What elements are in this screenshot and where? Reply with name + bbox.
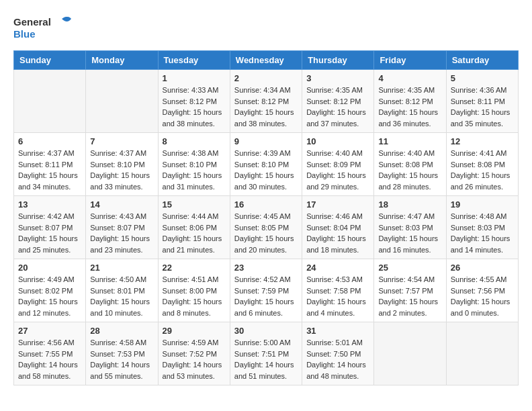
calendar-cell: 26 Sunrise: 4:55 AMSunset: 7:56 PMDaylig… xyxy=(446,259,518,322)
weekday-header: Wednesday xyxy=(230,51,302,70)
day-sunrise: Sunrise: 4:41 AMSunset: 8:08 PMDaylight:… xyxy=(451,149,511,191)
day-sunrise: Sunrise: 4:39 AMSunset: 8:10 PMDaylight:… xyxy=(234,149,294,191)
day-number: 18 xyxy=(378,199,441,210)
day-number: 25 xyxy=(378,263,441,273)
day-number: 10 xyxy=(306,136,369,146)
calendar-cell: 23 Sunrise: 4:52 AMSunset: 7:59 PMDaylig… xyxy=(230,259,302,322)
calendar-cell: 27 Sunrise: 4:56 AMSunset: 7:55 PMDaylig… xyxy=(14,322,86,385)
svg-text:General: General xyxy=(13,16,51,28)
weekday-header: Tuesday xyxy=(158,51,230,70)
day-number: 22 xyxy=(163,263,226,273)
calendar-cell: 6 Sunrise: 4:37 AMSunset: 8:11 PMDayligh… xyxy=(14,133,86,196)
day-number: 31 xyxy=(306,326,369,336)
day-number: 9 xyxy=(234,136,298,146)
calendar-cell: 16 Sunrise: 4:45 AMSunset: 8:05 PMDaylig… xyxy=(230,196,302,259)
day-sunrise: Sunrise: 4:48 AMSunset: 8:03 PMDaylight:… xyxy=(451,212,511,254)
day-sunrise: Sunrise: 4:44 AMSunset: 8:06 PMDaylight:… xyxy=(163,212,222,254)
calendar-week-row: 13 Sunrise: 4:42 AMSunset: 8:07 PMDaylig… xyxy=(14,196,519,259)
calendar-cell xyxy=(14,70,86,133)
calendar-cell: 28 Sunrise: 4:58 AMSunset: 7:53 PMDaylig… xyxy=(86,322,158,385)
day-number: 12 xyxy=(451,136,514,146)
day-number: 4 xyxy=(378,73,441,83)
day-number: 6 xyxy=(18,136,81,146)
day-number: 14 xyxy=(90,199,153,210)
calendar-cell: 7 Sunrise: 4:37 AMSunset: 8:10 PMDayligh… xyxy=(86,133,158,196)
calendar-cell: 2 Sunrise: 4:34 AMSunset: 8:12 PMDayligh… xyxy=(230,70,302,133)
day-sunrise: Sunrise: 4:49 AMSunset: 8:02 PMDaylight:… xyxy=(18,275,78,317)
day-sunrise: Sunrise: 4:35 AMSunset: 8:12 PMDaylight:… xyxy=(378,86,438,128)
day-sunrise: Sunrise: 4:42 AMSunset: 8:07 PMDaylight:… xyxy=(18,212,78,254)
weekday-header: Monday xyxy=(86,51,158,70)
calendar-week-row: 27 Sunrise: 4:56 AMSunset: 7:55 PMDaylig… xyxy=(14,322,519,385)
calendar-cell: 1 Sunrise: 4:33 AMSunset: 8:12 PMDayligh… xyxy=(158,70,230,133)
day-sunrise: Sunrise: 4:40 AMSunset: 8:09 PMDaylight:… xyxy=(306,149,366,191)
day-sunrise: Sunrise: 4:34 AMSunset: 8:12 PMDaylight:… xyxy=(234,86,294,128)
calendar-week-row: 6 Sunrise: 4:37 AMSunset: 8:11 PMDayligh… xyxy=(14,133,519,196)
calendar-cell: 25 Sunrise: 4:54 AMSunset: 7:57 PMDaylig… xyxy=(374,259,446,322)
day-sunrise: Sunrise: 4:46 AMSunset: 8:04 PMDaylight:… xyxy=(306,212,366,254)
day-sunrise: Sunrise: 4:53 AMSunset: 7:58 PMDaylight:… xyxy=(306,275,366,317)
day-sunrise: Sunrise: 4:54 AMSunset: 7:57 PMDaylight:… xyxy=(378,275,438,317)
weekday-header: Thursday xyxy=(302,51,374,70)
day-number: 5 xyxy=(451,73,514,83)
weekday-row: SundayMondayTuesdayWednesdayThursdayFrid… xyxy=(14,51,519,70)
calendar-cell: 13 Sunrise: 4:42 AMSunset: 8:07 PMDaylig… xyxy=(14,196,86,259)
day-number: 15 xyxy=(163,199,226,210)
day-sunrise: Sunrise: 4:47 AMSunset: 8:03 PMDaylight:… xyxy=(378,212,438,254)
calendar-cell: 22 Sunrise: 4:51 AMSunset: 8:00 PMDaylig… xyxy=(158,259,230,322)
day-number: 13 xyxy=(18,199,81,210)
day-sunrise: Sunrise: 4:50 AMSunset: 8:01 PMDaylight:… xyxy=(90,275,150,317)
day-sunrise: Sunrise: 4:56 AMSunset: 7:55 PMDaylight:… xyxy=(18,338,78,380)
calendar-cell: 20 Sunrise: 4:49 AMSunset: 8:02 PMDaylig… xyxy=(14,259,86,322)
calendar-cell: 29 Sunrise: 4:59 AMSunset: 7:52 PMDaylig… xyxy=(158,322,230,385)
weekday-header: Saturday xyxy=(446,51,518,70)
calendar-week-row: 1 Sunrise: 4:33 AMSunset: 8:12 PMDayligh… xyxy=(14,70,519,133)
day-number: 30 xyxy=(234,326,298,336)
day-number: 20 xyxy=(18,263,81,273)
calendar-cell: 14 Sunrise: 4:43 AMSunset: 8:07 PMDaylig… xyxy=(86,196,158,259)
day-number: 26 xyxy=(451,263,514,273)
day-sunrise: Sunrise: 4:59 AMSunset: 7:52 PMDaylight:… xyxy=(163,338,222,380)
day-number: 3 xyxy=(306,73,369,83)
weekday-header: Friday xyxy=(374,51,446,70)
calendar-week-row: 20 Sunrise: 4:49 AMSunset: 8:02 PMDaylig… xyxy=(14,259,519,322)
day-sunrise: Sunrise: 4:52 AMSunset: 7:59 PMDaylight:… xyxy=(234,275,294,317)
day-number: 8 xyxy=(163,136,226,146)
day-sunrise: Sunrise: 4:51 AMSunset: 8:00 PMDaylight:… xyxy=(163,275,222,317)
day-sunrise: Sunrise: 4:37 AMSunset: 8:11 PMDaylight:… xyxy=(18,149,78,191)
calendar-cell: 24 Sunrise: 4:53 AMSunset: 7:58 PMDaylig… xyxy=(302,259,374,322)
day-number: 1 xyxy=(163,73,226,83)
svg-text:Blue: Blue xyxy=(13,28,36,40)
calendar-cell xyxy=(446,322,518,385)
day-number: 17 xyxy=(306,199,369,210)
calendar-cell: 19 Sunrise: 4:48 AMSunset: 8:03 PMDaylig… xyxy=(446,196,518,259)
calendar-cell: 10 Sunrise: 4:40 AMSunset: 8:09 PMDaylig… xyxy=(302,133,374,196)
calendar-cell: 21 Sunrise: 4:50 AMSunset: 8:01 PMDaylig… xyxy=(86,259,158,322)
day-number: 19 xyxy=(451,199,514,210)
day-sunrise: Sunrise: 5:01 AMSunset: 7:50 PMDaylight:… xyxy=(306,338,366,380)
calendar-cell: 8 Sunrise: 4:38 AMSunset: 8:10 PMDayligh… xyxy=(158,133,230,196)
calendar-cell: 18 Sunrise: 4:47 AMSunset: 8:03 PMDaylig… xyxy=(374,196,446,259)
day-sunrise: Sunrise: 4:38 AMSunset: 8:10 PMDaylight:… xyxy=(163,149,222,191)
day-sunrise: Sunrise: 4:33 AMSunset: 8:12 PMDaylight:… xyxy=(163,86,222,128)
day-sunrise: Sunrise: 4:37 AMSunset: 8:10 PMDaylight:… xyxy=(90,149,150,191)
calendar-cell: 3 Sunrise: 4:35 AMSunset: 8:12 PMDayligh… xyxy=(302,70,374,133)
day-number: 21 xyxy=(90,263,153,273)
calendar-cell: 12 Sunrise: 4:41 AMSunset: 8:08 PMDaylig… xyxy=(446,133,518,196)
calendar-cell: 30 Sunrise: 5:00 AMSunset: 7:51 PMDaylig… xyxy=(230,322,302,385)
day-number: 24 xyxy=(306,263,369,273)
calendar-cell xyxy=(86,70,158,133)
logo: General Blue xyxy=(13,13,74,44)
day-sunrise: Sunrise: 4:36 AMSunset: 8:11 PMDaylight:… xyxy=(451,86,511,128)
calendar-table: SundayMondayTuesdayWednesdayThursdayFrid… xyxy=(13,50,519,385)
day-number: 28 xyxy=(90,326,153,336)
day-number: 11 xyxy=(378,136,441,146)
page-header: General Blue xyxy=(13,13,519,44)
day-number: 27 xyxy=(18,326,81,336)
calendar-cell: 9 Sunrise: 4:39 AMSunset: 8:10 PMDayligh… xyxy=(230,133,302,196)
calendar-body: 1 Sunrise: 4:33 AMSunset: 8:12 PMDayligh… xyxy=(14,70,519,385)
day-sunrise: Sunrise: 5:00 AMSunset: 7:51 PMDaylight:… xyxy=(234,338,294,380)
day-sunrise: Sunrise: 4:55 AMSunset: 7:56 PMDaylight:… xyxy=(451,275,511,317)
day-number: 7 xyxy=(90,136,153,146)
calendar-cell xyxy=(374,322,446,385)
